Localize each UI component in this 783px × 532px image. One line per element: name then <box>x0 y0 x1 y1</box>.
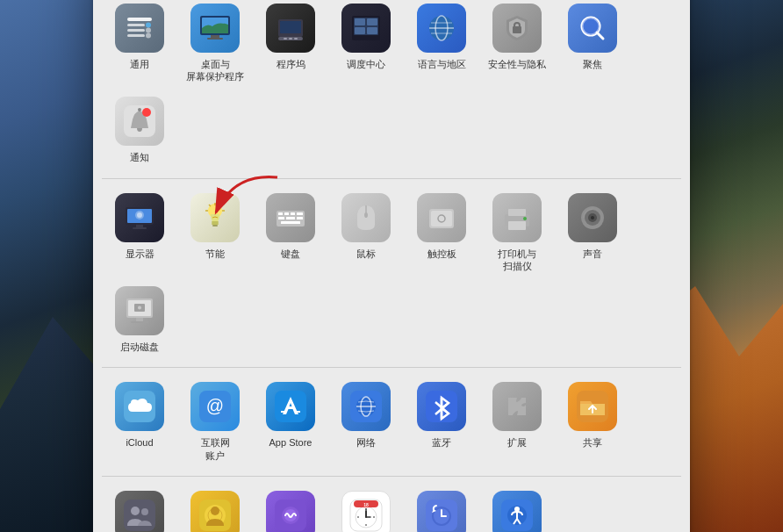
users-item[interactable]: 用户与群组 <box>102 484 177 532</box>
svg-rect-50 <box>133 227 147 229</box>
svg-point-82 <box>523 217 527 220</box>
svg-text:@: @ <box>206 396 224 415</box>
accessibility-item[interactable]: 辅助功能 <box>479 484 555 532</box>
svg-rect-61 <box>212 223 219 225</box>
svg-point-46 <box>142 108 151 117</box>
extension-icon <box>492 382 542 431</box>
svg-rect-25 <box>284 38 287 40</box>
svg-rect-23 <box>280 21 301 33</box>
desktop-icon <box>190 4 240 53</box>
internet-icon: @ <box>190 382 240 431</box>
extension-item[interactable]: 扩展 <box>479 375 555 469</box>
energy-label: 节能 <box>205 248 225 260</box>
security-item[interactable]: 安全性与隐私 <box>479 0 555 90</box>
svg-point-11 <box>146 22 151 27</box>
mouse-item[interactable]: 鼠标 <box>328 186 404 280</box>
siri-item[interactable]: Siri <box>253 484 328 532</box>
desktop-label: 桌面与屏幕保护程序 <box>186 58 244 83</box>
notification-item[interactable]: 通知 <box>102 90 177 170</box>
svg-rect-27 <box>294 38 298 40</box>
svg-rect-26 <box>289 38 292 40</box>
missioncontrol-item[interactable]: 调度中心 <box>328 0 404 90</box>
startup-label: 启动磁盘 <box>120 341 159 353</box>
svg-rect-30 <box>355 18 365 25</box>
svg-rect-69 <box>286 217 295 219</box>
trackpad-item[interactable]: 触控板 <box>404 186 479 280</box>
network-icon <box>341 382 391 431</box>
svg-point-15 <box>146 32 151 38</box>
general-icon <box>115 4 164 53</box>
startup-icon <box>115 286 164 335</box>
security-icon <box>492 4 542 53</box>
keyboard-item[interactable]: 键盘 <box>253 186 328 280</box>
svg-point-73 <box>364 212 368 218</box>
display-label: 显示器 <box>126 248 154 260</box>
appstore-item[interactable]: App Store <box>253 375 328 469</box>
svg-rect-78 <box>508 209 526 216</box>
appstore-icon <box>266 382 315 431</box>
svg-rect-20 <box>207 38 223 40</box>
energy-item[interactable]: 节能 <box>177 186 253 280</box>
svg-rect-89 <box>136 318 143 321</box>
internet-label: 互联网账户 <box>201 436 230 462</box>
bluetooth-icon <box>417 382 466 431</box>
row-3: iCloud @ 互联网账户 <box>102 375 681 477</box>
dock-label: 程序坞 <box>277 58 305 70</box>
language-label: 语言与地区 <box>418 58 466 70</box>
svg-rect-49 <box>136 225 143 227</box>
language-icon <box>417 4 466 53</box>
spotlight-label: 聚焦 <box>583 58 602 70</box>
icloud-item[interactable]: iCloud <box>102 375 177 469</box>
sound-icon <box>568 193 617 242</box>
desktop-item[interactable]: 桌面与屏幕保护程序 <box>177 0 253 90</box>
sharing-icon <box>568 382 617 431</box>
sharing-label: 共享 <box>583 436 602 449</box>
svg-point-52 <box>137 212 142 218</box>
datetime-icon: 18 <box>341 491 391 532</box>
internet-item[interactable]: @ 互联网账户 <box>177 375 253 469</box>
svg-rect-10 <box>127 24 145 26</box>
keyboard-label: 键盘 <box>281 248 300 260</box>
svg-point-110 <box>131 507 140 515</box>
language-item[interactable]: 语言与地区 <box>404 0 479 90</box>
users-icon <box>115 491 164 532</box>
sharing-item[interactable]: 共享 <box>555 375 630 469</box>
display-item[interactable]: 显示器 <box>102 186 177 280</box>
spotlight-item[interactable]: 聚焦 <box>555 0 630 90</box>
svg-rect-109 <box>124 500 155 531</box>
timemachine-icon <box>417 491 466 532</box>
svg-rect-33 <box>367 27 377 34</box>
svg-rect-67 <box>297 212 303 215</box>
network-item[interactable]: 网络 <box>328 375 404 469</box>
parental-icon <box>190 491 240 532</box>
svg-rect-66 <box>291 212 295 215</box>
spotlight-icon <box>568 4 617 53</box>
svg-point-13 <box>146 27 151 32</box>
svg-rect-14 <box>127 34 145 37</box>
svg-rect-75 <box>431 211 452 226</box>
svg-rect-65 <box>284 212 289 215</box>
printer-icon <box>492 193 542 242</box>
icloud-label: iCloud <box>126 436 153 449</box>
svg-point-111 <box>141 508 148 515</box>
general-label: 通用 <box>130 58 149 70</box>
dock-icon <box>266 4 315 53</box>
startup-item[interactable]: 启动磁盘 <box>102 279 177 360</box>
timemachine-item[interactable]: 时间机器 <box>404 484 479 532</box>
sound-item[interactable]: 声音 <box>555 186 630 280</box>
printer-item[interactable]: 打印机与扫描仪 <box>479 186 555 280</box>
printer-label: 打印机与扫描仪 <box>498 248 536 273</box>
svg-line-56 <box>219 205 221 206</box>
general-item[interactable]: 通用 <box>102 0 177 90</box>
missioncontrol-label: 调度中心 <box>347 58 385 70</box>
keyboard-icon <box>266 193 315 242</box>
svg-point-86 <box>591 216 594 219</box>
datetime-item[interactable]: 18 日期与时间 <box>328 484 404 532</box>
siri-icon <box>266 491 315 532</box>
extension-label: 扩展 <box>507 436 527 449</box>
parental-item[interactable]: 家长控制 <box>177 484 253 532</box>
bluetooth-item[interactable]: 蓝牙 <box>404 375 479 469</box>
dock-item[interactable]: 程序坞 <box>253 0 328 90</box>
icloud-icon <box>115 382 164 431</box>
svg-rect-19 <box>211 35 219 38</box>
